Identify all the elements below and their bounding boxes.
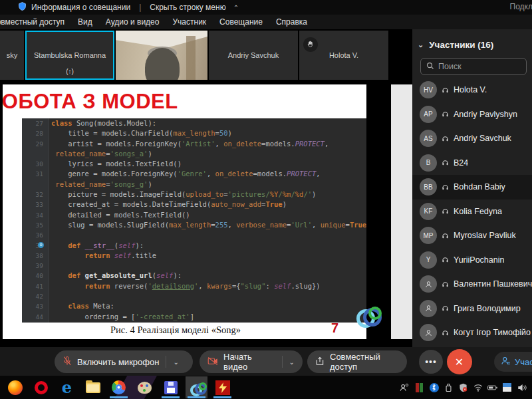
participant-name: Когут Ігор Тимофійо	[454, 328, 531, 337]
participant-name: Валентин Пашкевич	[454, 279, 532, 289]
participant-row[interactable]: APAndriy Pavlyshyn	[412, 102, 532, 127]
code-line: 32 picture = models.ImageField(upload_to…	[22, 190, 366, 200]
code-line: 42	[22, 291, 366, 301]
avatar-initials: MP	[420, 227, 437, 244]
participant-row[interactable]: Когут Ігор Тимофійо	[412, 321, 532, 345]
mic-muted-icon	[63, 356, 72, 368]
meeting-info-button[interactable]: Информация о совещании	[31, 3, 130, 12]
menu-item[interactable]: Справка	[269, 17, 314, 27]
participant-list: HVHolota V.APAndriy PavlyshynASAndriy Sa…	[412, 78, 532, 345]
lightning-app-icon[interactable]	[211, 376, 233, 398]
titlebar-separator: |	[139, 3, 141, 12]
code-line: 30 lyrics = models.TextField()	[22, 159, 366, 169]
bluetooth-icon[interactable]	[429, 382, 439, 392]
webex-meeting-window: { "colors": { "accent_cyan": "#00bceb", …	[0, 0, 532, 399]
meeting-info-icon	[18, 2, 27, 13]
people-icon[interactable]	[400, 382, 410, 392]
audio-connected-icon	[442, 305, 449, 312]
avatar-initials: KF	[420, 203, 437, 220]
usb-icon[interactable]	[444, 382, 454, 392]
chevron-down-icon[interactable]: ⌄	[418, 41, 424, 49]
more-options-button[interactable]: •••	[419, 350, 443, 374]
chevron-down-icon[interactable]: ⌄	[289, 358, 295, 366]
connection-status[interactable]: Подключ	[510, 2, 532, 11]
avatar-initials: B	[420, 154, 437, 172]
audio-connected-icon	[442, 329, 449, 336]
participant-row[interactable]: BBBohdan Babiy	[412, 175, 532, 200]
share-screen-label: Совместный доступ	[330, 352, 399, 372]
participant-name: Holota V.	[454, 85, 487, 94]
participant-name: Myroslav Pavliuk	[454, 231, 516, 240]
start-video-button[interactable]: Начать видео ⌄	[200, 350, 303, 373]
share-screen-button[interactable]: Совместный доступ	[307, 350, 407, 373]
menu-item[interactable]: Совещание	[213, 17, 269, 27]
code-line: related_name='songs_a')	[22, 149, 366, 159]
participant-row[interactable]: HVHolota V.	[412, 78, 532, 102]
audio-connected-icon	[442, 207, 449, 215]
explorer-icon[interactable]	[82, 376, 104, 398]
menu-item[interactable]: Вид	[71, 17, 99, 27]
unmute-mic-button[interactable]: Включить микрофон ⌄	[55, 350, 193, 373]
code-line: 36	[22, 230, 366, 240]
code-line: 28 title = models.CharField(max_length=5…	[22, 128, 366, 138]
video-tile-holota[interactable]: Holota V.	[299, 31, 388, 80]
dictionary-icon[interactable]	[414, 382, 424, 392]
participants-toggle-label: Участн	[515, 357, 532, 367]
chevron-down-icon[interactable]: ⌄	[173, 358, 178, 366]
participant-row[interactable]: KFKolia Fedyna	[412, 200, 532, 224]
code-line: 41 return reverse('detailsong', kwargs={…	[22, 281, 366, 291]
audio-connected-icon	[442, 256, 449, 263]
speaker-icon[interactable]	[517, 382, 527, 392]
paint-icon[interactable]	[134, 376, 156, 398]
hide-menu-button[interactable]: Скрыть строку меню	[150, 3, 225, 12]
search-placeholder: Поиск	[438, 62, 462, 71]
firefox-icon[interactable]	[4, 376, 26, 398]
chrome-icon[interactable]	[108, 376, 130, 398]
participants-toggle-button[interactable]: Участн	[494, 352, 532, 372]
wifi-icon[interactable]	[473, 382, 483, 392]
code-line: 29 artist = models.ForeignKey('Artist', …	[22, 139, 366, 149]
participant-tile-label: Andriy Savchuk	[228, 51, 279, 59]
audio-connected-icon	[442, 135, 449, 142]
raised-hand-icon	[303, 37, 318, 52]
video-tile-camera-feed[interactable]	[116, 31, 207, 80]
participant-name: Грига Володимир	[454, 304, 521, 313]
floppy-app-icon[interactable]	[160, 376, 182, 398]
windows-taskbar: e	[0, 376, 532, 399]
meeting-controls-bar: Включить микрофон ⌄ Начать видео ⌄ Совме…	[0, 347, 532, 376]
screen-sharing-icon: (↑)	[27, 68, 113, 75]
participant-row[interactable]: BB24	[412, 151, 532, 176]
code-line: 27class Song(models.Model):	[22, 118, 366, 128]
audio-connected-icon	[442, 232, 449, 239]
avatar-person-icon	[420, 324, 437, 341]
participant-search-input[interactable]: Поиск	[420, 58, 527, 75]
code-line: related_name='songs_g')	[22, 180, 366, 190]
battery-icon[interactable]	[487, 382, 497, 392]
menu-item[interactable]: Аудио и видео	[99, 17, 166, 27]
webex-icon[interactable]	[186, 376, 207, 398]
end-call-button[interactable]: ✕	[447, 349, 472, 374]
participant-name: Bohdan Babiy	[454, 182, 505, 192]
participant-row[interactable]: YYuriiPochanin	[412, 248, 532, 273]
menu-item[interactable]: Совместный доступ	[0, 17, 71, 27]
avatar-initials: HV	[420, 81, 437, 98]
edge-icon[interactable]: e	[56, 376, 78, 398]
participant-row[interactable]: ASAndriy Savchuk	[412, 126, 532, 151]
opera-icon[interactable]	[30, 376, 52, 398]
shield-alert-icon[interactable]	[458, 382, 468, 392]
window-app-icon[interactable]	[502, 382, 512, 392]
audio-connected-icon	[442, 86, 449, 94]
slide-sheet: РОБОТА З MODEL 27class Song(models.Model…	[3, 84, 366, 339]
participant-row[interactable]: MPMyroslav Pavliuk	[412, 223, 532, 248]
avatar-initials: Y	[420, 251, 437, 269]
video-tile-stambulska[interactable]: Stambulska Romanna (↑)	[25, 31, 114, 80]
video-tile-savchuk[interactable]: Andriy Savchuk	[209, 31, 298, 80]
participant-row[interactable]: Валентин Пашкевич	[412, 272, 532, 297]
participant-row[interactable]: Грига Володимир	[412, 297, 532, 321]
audio-connected-icon	[442, 159, 449, 166]
audio-connected-icon	[442, 110, 449, 118]
participant-name: Andriy Pavlyshyn	[454, 110, 517, 119]
video-tile-cropped[interactable]: sky	[0, 31, 24, 80]
menu-item[interactable]: Участник	[166, 17, 213, 27]
participant-name: B24	[454, 158, 468, 168]
